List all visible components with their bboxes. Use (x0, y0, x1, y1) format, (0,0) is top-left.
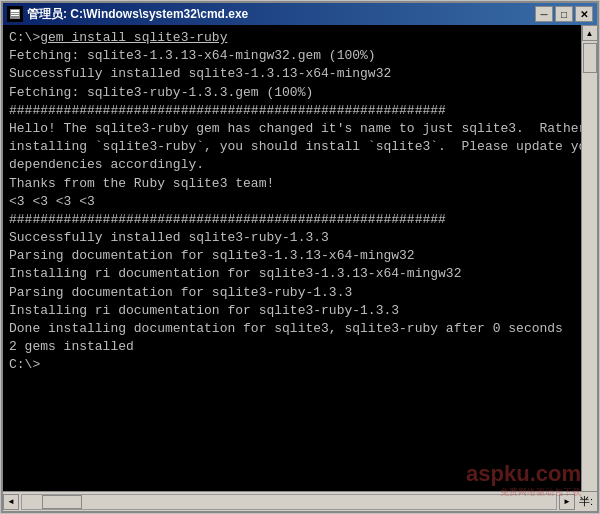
terminal-line: Fetching: sqlite3-1.3.13-x64-mingw32.gem… (9, 47, 591, 65)
terminal-line: Thanks from the Ruby sqlite3 team! (9, 175, 591, 193)
horizontal-scrollbar[interactable] (21, 494, 557, 510)
close-button[interactable]: ✕ (575, 6, 593, 22)
svg-rect-1 (11, 10, 19, 12)
svg-rect-2 (11, 13, 19, 14)
bottom-bar: ◄ ► 半: (3, 491, 597, 511)
cmd-window: 管理员: C:\Windows\system32\cmd.exe ─ □ ✕ C… (1, 1, 599, 513)
terminal-line: C:\> (9, 356, 591, 374)
terminal-output[interactable]: C:\>gem install sqlite3-rubyFetching: sq… (3, 25, 597, 491)
bottom-label: 半: (575, 494, 597, 509)
scroll-left-button[interactable]: ◄ (3, 494, 19, 510)
terminal-line: ########################################… (9, 102, 591, 120)
terminal-line: Successfully installed sqlite3-1.3.13-x6… (9, 65, 591, 83)
scroll-up-button[interactable]: ▲ (582, 25, 598, 41)
window-icon (7, 6, 23, 22)
maximize-button[interactable]: □ (555, 6, 573, 22)
terminal-line: Hello! The sqlite3-ruby gem has changed … (9, 120, 591, 138)
terminal-line: Done installing documentation for sqlite… (9, 320, 591, 338)
title-bar: 管理员: C:\Windows\system32\cmd.exe ─ □ ✕ (3, 3, 597, 25)
window-title: 管理员: C:\Windows\system32\cmd.exe (27, 6, 248, 23)
terminal-line: Parsing documentation for sqlite3-1.3.13… (9, 247, 591, 265)
terminal-line: Successfully installed sqlite3-ruby-1.3.… (9, 229, 591, 247)
svg-rect-3 (11, 15, 19, 16)
title-bar-left: 管理员: C:\Windows\system32\cmd.exe (7, 6, 248, 23)
terminal-line: Installing ri documentation for sqlite3-… (9, 302, 591, 320)
window-body: C:\>gem install sqlite3-rubyFetching: sq… (3, 25, 597, 511)
scroll-h-thumb[interactable] (42, 495, 82, 509)
vertical-scrollbar[interactable]: ▲ (581, 25, 597, 491)
terminal-line: installing `sqlite3-ruby`, you should in… (9, 138, 591, 156)
terminal-line: Fetching: sqlite3-ruby-1.3.3.gem (100%) (9, 84, 591, 102)
scroll-v-thumb[interactable] (583, 43, 597, 73)
minimize-button[interactable]: ─ (535, 6, 553, 22)
terminal-line: dependencies accordingly. (9, 156, 591, 174)
scroll-right-button[interactable]: ► (559, 494, 575, 510)
window-controls: ─ □ ✕ (535, 6, 593, 22)
terminal-line: C:\>gem install sqlite3-ruby (9, 29, 591, 47)
terminal-line: Parsing documentation for sqlite3-ruby-1… (9, 284, 591, 302)
terminal-line: 2 gems installed (9, 338, 591, 356)
terminal-line: Installing ri documentation for sqlite3-… (9, 265, 591, 283)
terminal-line: ########################################… (9, 211, 591, 229)
terminal-line: <3 <3 <3 <3 (9, 193, 591, 211)
